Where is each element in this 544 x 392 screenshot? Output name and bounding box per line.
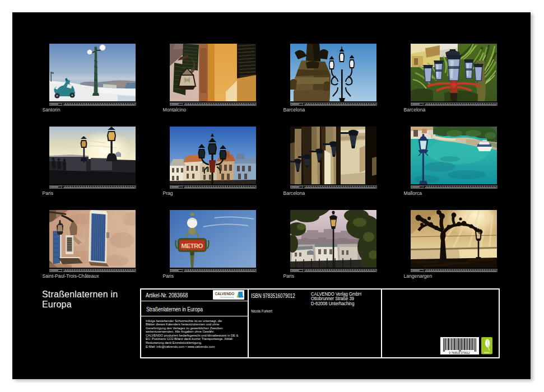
svg-text:eco: eco xyxy=(484,351,490,354)
svg-text:CALVENDO: CALVENDO xyxy=(215,292,234,296)
svg-text:METRO: METRO xyxy=(182,242,203,249)
svg-text:Dein Kalenderverlag: Dein Kalenderverlag xyxy=(220,296,234,298)
svg-text:9 783516 079012: 9 783516 079012 xyxy=(449,352,470,354)
